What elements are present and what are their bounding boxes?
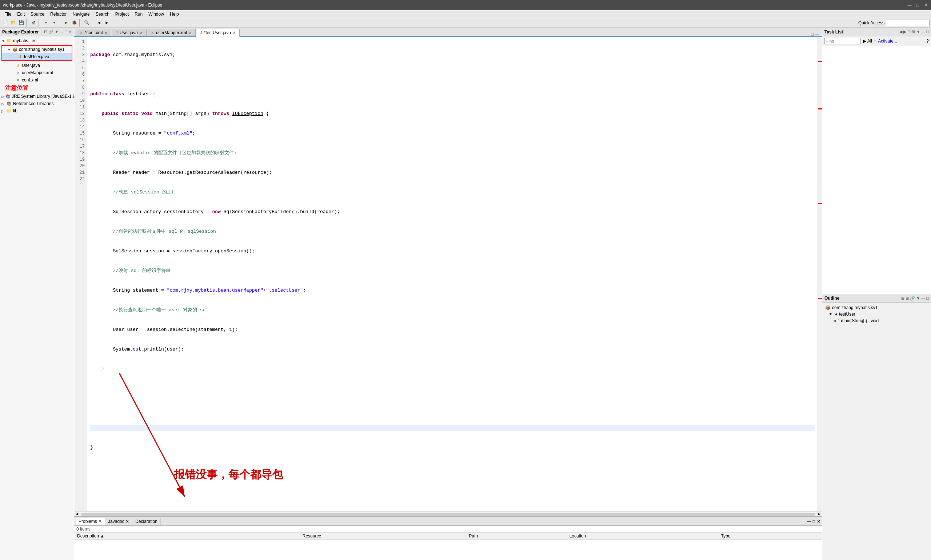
- ln-10: 10: [76, 97, 85, 104]
- task-activate-label[interactable]: Activate...: [878, 38, 897, 44]
- ln-16: 16: [76, 137, 85, 143]
- toolbar-new[interactable]: 📄: [2, 19, 9, 26]
- toolbar-open[interactable]: 📂: [9, 19, 17, 26]
- maximize-button[interactable]: □: [915, 3, 920, 8]
- toolbar-prev[interactable]: ◀: [95, 19, 103, 26]
- menu-navigate[interactable]: Navigate: [69, 11, 92, 17]
- outline-header: Outline ⊟ ⊞ 🔗 ▼ — □: [822, 294, 931, 303]
- menu-run[interactable]: Run: [132, 11, 145, 17]
- outline-icon-2[interactable]: ⊞: [906, 296, 909, 301]
- outline-icon-4[interactable]: ▼: [916, 296, 920, 301]
- scroll-left-btn[interactable]: ◀: [74, 511, 80, 517]
- tree-item-user[interactable]: J User.java: [0, 62, 74, 69]
- bottom-panel-close[interactable]: ✕: [817, 519, 820, 524]
- code-line-10: //创建能执行映射文件中 sql 的 sqlSession: [90, 228, 815, 235]
- tab-confxml[interactable]: ✕ *conf.xml ✕: [75, 29, 111, 36]
- task-find-bar: ▶ All • Activate... ?: [822, 36, 931, 46]
- tab-close-confxml[interactable]: ✕: [105, 31, 107, 35]
- code-line-1: package com.zhang.mybatis.sy1;: [90, 52, 815, 58]
- tab-close-userjava[interactable]: ✕: [140, 31, 143, 35]
- menu-search[interactable]: Search: [93, 11, 112, 17]
- maximize-panel-icon[interactable]: □: [65, 29, 67, 34]
- code-editor[interactable]: 1 2 3 4 5 6 7 8 9 10 11 12 13 14 15 16 1: [74, 37, 822, 511]
- view-menu-icon[interactable]: ▼: [55, 29, 58, 34]
- tab-problems[interactable]: Problems ✕: [75, 518, 105, 525]
- tab-maximize-icon[interactable]: □: [811, 32, 814, 36]
- outline-maximize-icon[interactable]: □: [926, 296, 929, 301]
- outline-item-class[interactable]: ▼ ● testUser: [824, 311, 929, 317]
- code-content[interactable]: package com.zhang.mybatis.sy1; public cl…: [87, 37, 817, 511]
- tab-declaration[interactable]: Declaration: [132, 518, 161, 525]
- bottom-panel-maximize[interactable]: □: [813, 519, 816, 524]
- scroll-right-btn[interactable]: ▶: [816, 511, 822, 517]
- task-all-label[interactable]: ▶ All: [863, 38, 872, 44]
- task-header-icon-2[interactable]: ▶: [903, 29, 906, 34]
- scroll-dot-3: [818, 203, 822, 204]
- tree-item-conf[interactable]: ✕ conf.xml: [0, 76, 74, 84]
- toolbar-run[interactable]: ▶: [63, 19, 70, 26]
- tree-item-lib[interactable]: ▷ 📁 lib: [0, 107, 74, 115]
- task-header-icon-5[interactable]: ▼: [916, 29, 920, 34]
- outline-icon-3[interactable]: 🔗: [910, 296, 915, 301]
- menu-source[interactable]: Source: [28, 11, 47, 17]
- tab-testuserjava[interactable]: J *testUser.java ✕: [196, 29, 240, 37]
- horizontal-scrollbar[interactable]: ◀ ▶: [74, 511, 822, 516]
- ln-18: 18: [76, 150, 85, 156]
- close-panel-icon[interactable]: ✕: [68, 29, 72, 34]
- minimize-panel-icon[interactable]: —: [60, 29, 64, 34]
- outline-item-method[interactable]: ● * main(String[]) : void: [824, 317, 929, 324]
- menu-window[interactable]: Window: [145, 11, 167, 17]
- menu-project[interactable]: Project: [112, 11, 132, 17]
- toolbar-undo[interactable]: ↩: [42, 19, 49, 26]
- task-header-icon-1[interactable]: ◀: [899, 29, 902, 34]
- usermapper-label: userMapper.xml: [22, 70, 53, 75]
- quick-access-input[interactable]: [886, 20, 929, 26]
- tab-close-testuserjava[interactable]: ✕: [233, 31, 235, 35]
- scroll-thumb[interactable]: [81, 513, 815, 515]
- task-minimize-icon[interactable]: —: [921, 29, 925, 34]
- tree-item-project[interactable]: ▼ 📁 mybatis_test: [0, 37, 74, 45]
- ln-5: 5: [76, 65, 85, 71]
- bottom-panel-minimize[interactable]: —: [807, 519, 811, 524]
- tab-minimize-icon[interactable]: —: [815, 32, 819, 36]
- code-line-2: [90, 71, 815, 78]
- toolbar-redo[interactable]: ↪: [50, 19, 57, 26]
- tree-item-reflibr[interactable]: ▷ 📚 Referenced Libraries: [0, 100, 74, 107]
- outline-icon-1[interactable]: ⊟: [901, 296, 905, 301]
- toolbar-next[interactable]: ▶: [103, 19, 111, 26]
- outline-item-package[interactable]: 📦 com.zhang.mybatis.sy1: [824, 305, 929, 311]
- tab-usermapperxml[interactable]: ✕ userMapper.xml ✕: [147, 29, 195, 36]
- task-header-icon-3[interactable]: ⊟: [907, 29, 911, 34]
- scroll-marker: [817, 37, 822, 511]
- jre-label: JRE System Library [JavaSE-1.8]: [12, 94, 74, 99]
- problems-content: 0 items Description ▲ Resource Path Loca…: [74, 526, 822, 560]
- tree-item-testuser[interactable]: J testUser.java: [2, 53, 72, 60]
- task-find-input[interactable]: [825, 38, 861, 45]
- minimize-button[interactable]: —: [907, 3, 912, 8]
- tab-icon-usermapperxml: ✕: [151, 31, 154, 35]
- collapse-icon[interactable]: ⊟: [44, 29, 47, 34]
- tree-item-usermapper[interactable]: ✕ userMapper.xml: [0, 69, 74, 76]
- menu-edit[interactable]: Edit: [14, 11, 28, 17]
- tab-javadoc[interactable]: Javadoc ✕: [105, 518, 132, 525]
- toolbar-debug[interactable]: 🐞: [71, 19, 78, 26]
- task-maximize-icon[interactable]: □: [926, 29, 929, 34]
- toolbar-search[interactable]: 🔍: [83, 19, 90, 26]
- tree-item-package[interactable]: ▼ 📦 com.zhang.mybatis.sy1: [2, 46, 72, 53]
- code-line-8: //构建 sqlSession 的工厂: [90, 189, 815, 195]
- toolbar-print[interactable]: 🖨: [30, 19, 37, 26]
- toolbar-separator-3: [59, 19, 61, 26]
- task-header-icon-4[interactable]: ⊞: [912, 29, 915, 34]
- toolbar-save[interactable]: 💾: [17, 19, 25, 26]
- task-help-icon[interactable]: ?: [926, 38, 929, 44]
- tree-item-jre[interactable]: ▷ 📚 JRE System Library [JavaSE-1.8]: [0, 93, 74, 100]
- link-icon[interactable]: 🔗: [48, 29, 54, 34]
- tab-userjava[interactable]: J User.java ✕: [112, 29, 146, 36]
- outline-minimize-icon[interactable]: —: [921, 296, 925, 301]
- menu-file[interactable]: File: [2, 11, 14, 17]
- tab-close-usermapperxml[interactable]: ✕: [189, 31, 192, 35]
- testuser-icon: J: [17, 54, 23, 60]
- menu-help[interactable]: Help: [167, 11, 182, 17]
- close-button[interactable]: ✕: [923, 3, 928, 8]
- menu-refactor[interactable]: Refactor: [47, 11, 69, 17]
